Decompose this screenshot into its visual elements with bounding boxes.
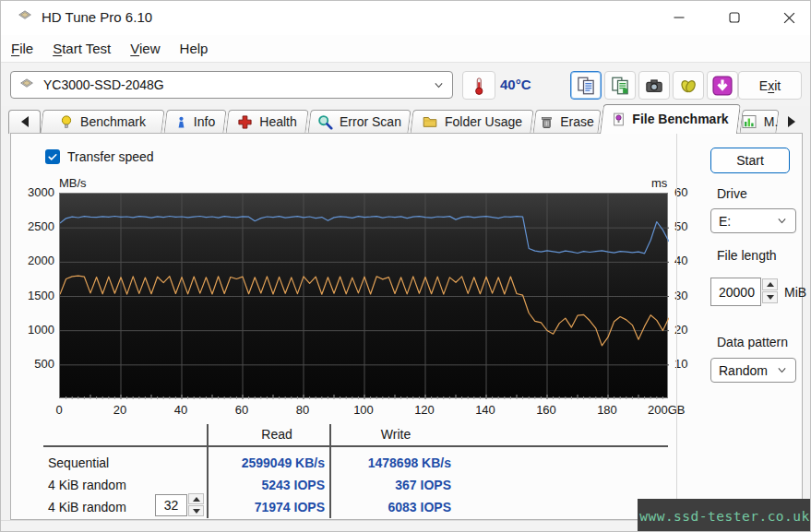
result-write-value: 367 IOPS — [313, 478, 451, 492]
info-icon — [175, 114, 187, 130]
tab-scroll-right-button[interactable] — [781, 110, 802, 134]
maximize-button[interactable] — [713, 1, 756, 34]
y-axis-right-tick: 20 — [674, 323, 711, 337]
toolbar: YC3000-SSD-2048G 40°C Exit — [1, 62, 811, 106]
check-icon — [47, 151, 58, 162]
tab-scroll-left-button[interactable] — [8, 110, 41, 134]
tab-info[interactable]: Info — [165, 110, 225, 134]
target-drive-combobox[interactable]: E: — [710, 208, 796, 233]
y-axis-right-tick: 40 — [674, 254, 711, 267]
copy-excel-icon — [611, 77, 629, 95]
scroll-left-icon — [21, 116, 29, 127]
menu-item-view[interactable]: View — [121, 38, 169, 59]
title-bar[interactable]: HD Tune Pro 6.10 — [1, 1, 811, 35]
data-pattern-combobox[interactable]: Random — [710, 358, 796, 383]
x-axis-tick: 80 — [275, 403, 330, 417]
temperature-button[interactable] — [462, 71, 495, 100]
tab-folder-usage[interactable]: Folder Usage — [411, 110, 532, 134]
tab-health[interactable]: Health — [227, 110, 307, 134]
menu-item-start-test[interactable]: Start Test — [43, 38, 120, 59]
x-axis-tick: 140 — [458, 403, 513, 417]
y-axis-right-tick: 10 — [674, 357, 711, 371]
result-row-label: 4 KiB random — [48, 478, 126, 492]
disk-icon — [18, 78, 35, 91]
tab-label: Folder Usage — [445, 114, 522, 129]
tab-erase[interactable]: Erase — [534, 110, 600, 134]
queue-depth-value: 32 — [164, 498, 179, 513]
y-axis-left-tick: 3000 — [18, 185, 54, 199]
drive-label: Drive — [717, 186, 747, 201]
tab-label: M. — [764, 114, 779, 129]
tab-m-[interactable]: M. — [741, 110, 778, 134]
result-write-value: 6083 IOPS — [313, 500, 451, 514]
step-up-button[interactable] — [762, 278, 778, 290]
queue-depth-input[interactable]: 32 — [155, 494, 187, 516]
tab-benchmark[interactable]: Benchmark — [42, 110, 163, 134]
tab-label: Info — [194, 114, 215, 129]
tab-label: File Benchmark — [632, 112, 728, 126]
result-read-value: 71974 IOPS — [186, 500, 325, 514]
file-length-input[interactable]: 20000 — [710, 278, 761, 306]
x-axis-tick: 200GB — [648, 403, 703, 417]
x-axis-tick: 0 — [31, 403, 87, 417]
donate-button[interactable] — [673, 71, 704, 100]
app-window: HD Tune Pro 6.10 FileStart TestViewHelp … — [0, 0, 811, 532]
tab-label: Erase — [560, 114, 594, 129]
scroll-right-icon — [788, 116, 795, 127]
temperature-value: 40°C — [500, 77, 531, 92]
y-axis-left-tick: 1000 — [18, 323, 54, 337]
x-axis-tick: 120 — [397, 403, 452, 417]
drive-select-value: YC3000-SSD-2048G — [43, 77, 164, 92]
menu-item-help[interactable]: Help — [171, 38, 218, 59]
health-icon — [237, 114, 253, 130]
step-up-button[interactable] — [188, 493, 204, 504]
screenshot-button[interactable] — [638, 71, 670, 100]
x-axis-tick: 100 — [336, 403, 391, 417]
app-disk-icon — [17, 10, 35, 25]
bulb-icon — [59, 114, 74, 130]
x-axis-tick: 20 — [92, 403, 148, 417]
file-benchmark-icon — [612, 112, 626, 127]
close-button[interactable] — [768, 1, 810, 34]
start-button[interactable]: Start — [710, 148, 790, 173]
chevron-down-icon — [776, 215, 788, 227]
chart-icon — [741, 114, 757, 129]
result-write-value: 1478698 KB/s — [313, 455, 451, 470]
watermark-text: www.ssd-tester.co.uk — [639, 509, 810, 524]
y-axis-left-unit: MB/s — [59, 176, 87, 190]
arrow-down-icon — [193, 509, 200, 514]
thermometer-icon — [470, 76, 488, 96]
drive-select-combobox[interactable]: YC3000-SSD-2048G — [10, 71, 453, 99]
transfer-speed-checkbox[interactable] — [45, 149, 60, 164]
y-axis-right-tick: 60 — [674, 185, 711, 199]
y-axis-right-tick: 30 — [674, 289, 711, 302]
step-down-button[interactable] — [762, 291, 778, 303]
tab-strip: Benchmark Info Health Error Scan Folder … — [1, 105, 811, 134]
x-axis-tick: 160 — [519, 403, 574, 417]
arrow-down-icon — [767, 295, 774, 300]
tab-error-scan[interactable]: Error Scan — [309, 110, 410, 134]
minimize-button[interactable] — [658, 1, 700, 34]
file-length-value: 20000 — [719, 285, 755, 300]
tab-label: Error Scan — [340, 114, 401, 129]
menu-item-file[interactable]: File — [2, 38, 42, 59]
folder-icon — [422, 114, 438, 129]
file-length-stepper[interactable] — [762, 278, 778, 303]
exit-button[interactable]: Exit — [738, 71, 802, 100]
tab-file-benchmark[interactable]: File Benchmark — [602, 104, 739, 134]
search-icon — [317, 114, 333, 130]
y-axis-left-tick: 2500 — [18, 219, 54, 233]
copy-button[interactable] — [570, 71, 602, 100]
y-axis-right-tick: 50 — [674, 219, 711, 233]
panel-divider — [676, 134, 677, 519]
save-button[interactable] — [707, 71, 738, 100]
y-axis-left-tick: 500 — [18, 357, 54, 371]
camera-icon — [645, 77, 663, 95]
x-axis-tick: 60 — [214, 403, 269, 417]
step-down-button[interactable] — [188, 505, 204, 516]
target-drive-value: E: — [719, 214, 731, 229]
copy-to-spreadsheet-button[interactable] — [604, 71, 636, 100]
tab-label: Health — [259, 114, 296, 129]
queue-depth-stepper[interactable] — [188, 493, 204, 516]
download-icon — [712, 76, 733, 96]
